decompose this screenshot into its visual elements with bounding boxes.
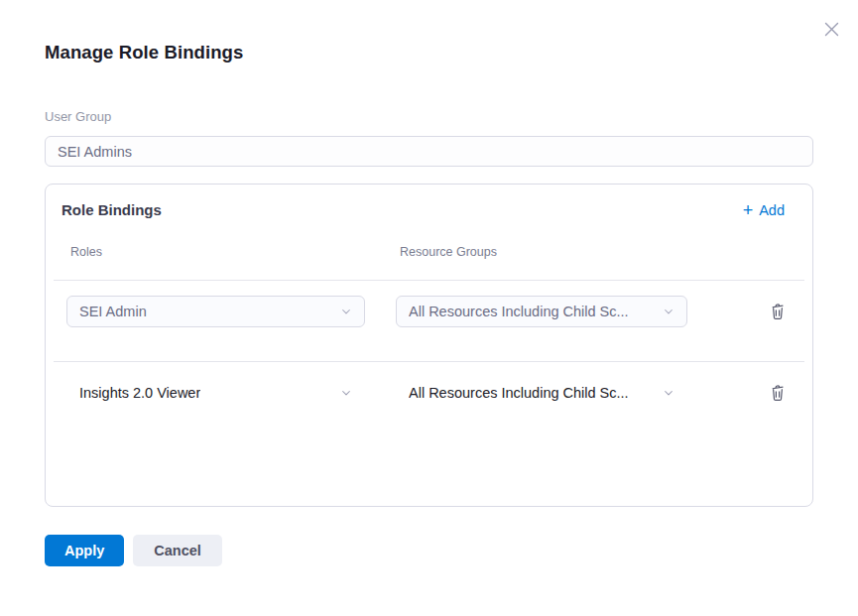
chevron-down-icon [663, 387, 674, 399]
dialog-title: Manage Role Bindings [45, 42, 813, 63]
user-group-label: User Group [45, 109, 813, 124]
dialog-footer: Apply Cancel [45, 535, 813, 566]
role-select-value: Insights 2.0 Viewer [79, 385, 200, 401]
role-binding-row-editable: Insights 2.0 Viewer All Resources Includ… [66, 362, 797, 423]
apply-button[interactable]: Apply [45, 535, 124, 566]
column-header-roles: Roles [66, 245, 365, 260]
resource-group-select[interactable]: All Resources Including Child Sc... [396, 377, 687, 409]
role-bindings-title: Role Bindings [61, 200, 162, 219]
resource-group-select-disabled: All Resources Including Child Sc... [396, 296, 687, 327]
add-role-binding-button[interactable]: + Add [743, 201, 785, 219]
chevron-down-icon [663, 306, 674, 317]
delete-row-button[interactable] [767, 300, 789, 323]
trash-icon [770, 384, 786, 402]
table-header-row: Roles Resource Groups [66, 245, 797, 260]
resource-group-select-value: All Resources Including Child Sc... [409, 385, 629, 401]
chevron-down-icon [340, 387, 352, 399]
manage-role-bindings-dialog: Manage Role Bindings User Group Role Bin… [0, 0, 858, 616]
close-icon [823, 21, 840, 38]
column-header-resource-groups: Resource Groups [396, 245, 687, 260]
close-button[interactable] [820, 18, 842, 40]
add-button-label: Add [759, 202, 785, 218]
role-select-disabled: SEI Admin [66, 296, 365, 327]
role-bindings-header: Role Bindings + Add [61, 200, 797, 219]
user-group-input [45, 136, 813, 167]
role-bindings-panel: Role Bindings + Add Roles Resource Group… [45, 184, 813, 507]
cancel-button[interactable]: Cancel [133, 535, 222, 566]
delete-row-button[interactable] [767, 381, 789, 405]
role-select[interactable]: Insights 2.0 Viewer [66, 377, 365, 409]
resource-group-select-value: All Resources Including Child Sc... [409, 304, 629, 319]
role-select-value: SEI Admin [79, 304, 147, 319]
trash-icon [770, 303, 786, 320]
plus-icon: + [743, 201, 754, 219]
chevron-down-icon [340, 306, 352, 317]
role-binding-row-disabled: SEI Admin All Resources Including Child … [66, 281, 797, 341]
